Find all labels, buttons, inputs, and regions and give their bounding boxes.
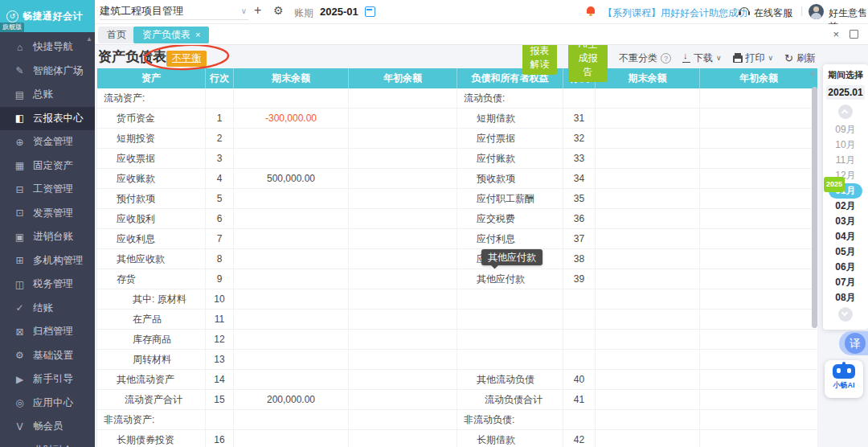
download-button[interactable]: 下载∨ bbox=[682, 51, 722, 65]
month-item-02月[interactable]: 02月 bbox=[823, 199, 868, 214]
fixed-assets-icon: ▦ bbox=[14, 160, 26, 171]
sidebar-item-archive[interactable]: ⊠归档管理 bbox=[0, 320, 95, 344]
tab-home[interactable]: 首页 bbox=[98, 27, 135, 43]
calendar-icon[interactable] bbox=[365, 6, 375, 17]
refresh-button[interactable]: ↻刷新 bbox=[784, 51, 816, 65]
table-row: 库存商品12 bbox=[97, 330, 817, 350]
asset-ending-balance-cell[interactable]: 200,000.00 bbox=[234, 390, 349, 409]
no-reclass-toggle[interactable]: 不重分类? bbox=[619, 51, 671, 65]
sidebar-item-closing[interactable]: ✓结账 bbox=[0, 297, 95, 321]
liability-beginning-balance-cell bbox=[700, 189, 818, 208]
ai-assistant-button[interactable]: 小畅AI bbox=[825, 360, 863, 398]
month-item-08月[interactable]: 08月 bbox=[823, 290, 868, 306]
table-row: 非流动资产:非流动负债: bbox=[97, 410, 817, 430]
current-period[interactable]: 2025.01 bbox=[826, 85, 865, 100]
asset-ending-balance-cell[interactable]: 500,000.00 bbox=[234, 169, 349, 188]
table-scrollbar[interactable] bbox=[812, 87, 817, 328]
archive-icon: ⊠ bbox=[14, 326, 26, 338]
sidebar-item-invoice[interactable]: ⊡发票管理 bbox=[0, 202, 95, 226]
sidebar-item-app-center[interactable]: ◎应用中心 bbox=[0, 392, 95, 416]
liability-beginning-balance-cell bbox=[700, 249, 818, 269]
chevron-down-icon bbox=[841, 310, 848, 316]
table-row: 应收股利6应交税费36 bbox=[97, 209, 817, 229]
close-all-tabs-icon[interactable]: × bbox=[833, 28, 839, 40]
sidebar-item-settings[interactable]: ⚙基础设置 bbox=[0, 344, 95, 368]
tabbar: 首页 资产负债表× × bbox=[95, 24, 868, 45]
sidebar-item-guide[interactable]: ▶新手引导 bbox=[0, 367, 95, 392]
chevron-up-icon bbox=[841, 109, 848, 116]
liability-label-cell: 预收款项 bbox=[457, 169, 563, 188]
gear-icon[interactable]: ⚙ bbox=[273, 4, 284, 17]
asset-label-cell: 存货 bbox=[97, 269, 206, 289]
add-account-button[interactable]: + bbox=[254, 3, 261, 18]
month-item-04月[interactable]: 04月 bbox=[823, 229, 868, 244]
collapse-panel-icon[interactable]: » bbox=[810, 68, 816, 79]
online-service-link[interactable]: 在线客服 bbox=[754, 6, 792, 20]
asset-beginning-balance-cell bbox=[349, 229, 457, 248]
liability-ending-balance-cell bbox=[596, 229, 700, 248]
report-interpret-button[interactable]: 报表解读 bbox=[522, 41, 557, 75]
sidebar-item-funds[interactable]: ⊕资金管理 bbox=[0, 130, 95, 154]
print-button[interactable]: 打印∨ bbox=[733, 51, 774, 65]
bell-icon[interactable] bbox=[587, 6, 595, 14]
liability-label-cell: 应付职工薪酬 bbox=[457, 189, 563, 208]
topbar: 建筑工程项目管理 ∨ + ⚙ 账期 2025-01 【系列课程】用好好会计助您成… bbox=[95, 0, 868, 24]
liability-beginning-balance-cell bbox=[700, 169, 818, 188]
sidebar-item-fusion[interactable]: ⊗业财融合 bbox=[0, 439, 95, 447]
course-notice-link[interactable]: 【系列课程】用好好会计助您成功 bbox=[603, 6, 747, 20]
month-item-05月[interactable]: 05月 bbox=[823, 244, 868, 260]
month-item-03月[interactable]: 03月 bbox=[823, 214, 868, 229]
month-item-07月[interactable]: 07月 bbox=[823, 275, 868, 290]
period-value[interactable]: 2025-01 bbox=[320, 6, 358, 18]
user-avatar[interactable] bbox=[809, 4, 824, 19]
month-item-11月[interactable]: 11月 bbox=[823, 153, 868, 168]
sidebar-item-agent-plaza[interactable]: ✎智能体广场 bbox=[0, 59, 95, 84]
account-selector[interactable]: 建筑工程项目管理 ∨ bbox=[100, 4, 248, 20]
sidebar-item-member[interactable]: Ⅴ畅会员 bbox=[0, 415, 95, 439]
sidebar-item-cloud-report[interactable]: ◧云报表中心 bbox=[0, 107, 95, 131]
scroll-up-button[interactable] bbox=[838, 105, 853, 119]
brand-name: 畅捷通好会计 bbox=[23, 10, 83, 23]
tab-close-icon[interactable]: × bbox=[195, 30, 200, 39]
liability-ending-balance-cell bbox=[596, 149, 700, 168]
column-header: 行次 bbox=[206, 68, 234, 88]
asset-ending-balance-cell bbox=[234, 350, 349, 369]
month-item-01月[interactable]: 01月2025 bbox=[823, 183, 868, 199]
asset-ending-balance-cell bbox=[234, 189, 349, 208]
month-item-06月[interactable]: 06月 bbox=[823, 260, 868, 275]
asset-label-cell: 其中: 原材料 bbox=[97, 289, 206, 309]
sidebar-item-fixed-assets[interactable]: ▦固定资产 bbox=[0, 154, 95, 178]
liability-beginning-balance-cell bbox=[700, 269, 818, 289]
period-panel-title: 期间选择 bbox=[823, 69, 868, 81]
fullscreen-icon[interactable] bbox=[850, 30, 858, 39]
year-badge: 2025 bbox=[824, 177, 845, 192]
liability-ending-balance-cell bbox=[596, 249, 700, 269]
column-header: 资产 bbox=[97, 68, 206, 88]
liability-ending-balance-cell bbox=[596, 189, 700, 208]
tab-balance-sheet[interactable]: 资产负债表× bbox=[133, 27, 209, 43]
table-row: 流动资产:流动负债: bbox=[97, 88, 817, 109]
table-row: 周转材料13 bbox=[97, 350, 817, 370]
liability-ending-balance-cell bbox=[596, 430, 700, 447]
month-item-09月[interactable]: 09月 bbox=[823, 122, 868, 137]
asset-ending-balance-cell[interactable]: -300,000.00 bbox=[234, 109, 349, 128]
brand-logo[interactable]: ↺ 畅捷通好会计 旗舰版 bbox=[0, 0, 95, 32]
active-month-pill[interactable]: 01月2025 bbox=[829, 183, 862, 199]
sidebar-item-tax[interactable]: ◫税务管理 bbox=[0, 273, 95, 297]
translate-button[interactable]: 译 bbox=[845, 333, 866, 354]
sidebar-item-home[interactable]: ⌂快捷导航 bbox=[0, 35, 95, 59]
sidebar-item-inventory-ledger[interactable]: ▣进销台账 bbox=[0, 225, 95, 249]
liability-line-no-cell: 36 bbox=[563, 209, 596, 228]
sidebar-item-multi-org[interactable]: ⊞多机构管理 bbox=[0, 249, 95, 273]
sidebar-item-label: 多机构管理 bbox=[33, 254, 84, 268]
liability-label-cell: 其他流动负债 bbox=[457, 370, 563, 389]
sidebar-item-label: 云报表中心 bbox=[33, 112, 84, 125]
asset-line-no-cell: 7 bbox=[206, 229, 234, 248]
month-item-10月[interactable]: 10月 bbox=[823, 137, 868, 153]
unbalanced-badge[interactable]: 不平衡 bbox=[166, 51, 207, 67]
sidebar-item-general-ledger[interactable]: ▤总账 bbox=[0, 83, 95, 107]
liability-line-no-cell bbox=[563, 330, 596, 349]
liability-label-cell: 长期借款 bbox=[457, 430, 563, 447]
scroll-down-button[interactable] bbox=[838, 307, 853, 322]
sidebar-item-salary[interactable]: ⊟工资管理 bbox=[0, 178, 95, 202]
